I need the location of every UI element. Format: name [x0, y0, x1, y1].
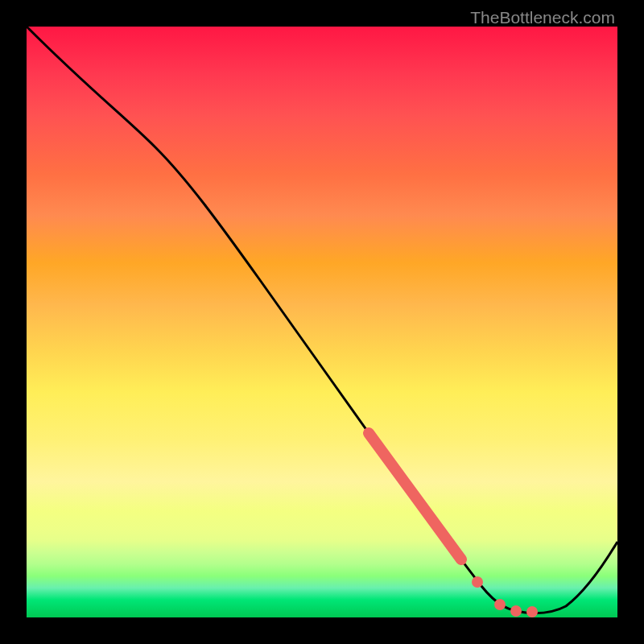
chart-svg: [27, 27, 617, 617]
watermark-text: TheBottleneck.com: [470, 8, 615, 27]
highlight-point-4: [526, 606, 538, 617]
highlight-point-3: [510, 605, 522, 617]
highlight-segment: [369, 433, 461, 559]
highlight-point-1: [472, 576, 483, 588]
highlight-point-2: [494, 599, 506, 610]
main-curve: [27, 27, 617, 613]
chart-area: [27, 27, 617, 617]
